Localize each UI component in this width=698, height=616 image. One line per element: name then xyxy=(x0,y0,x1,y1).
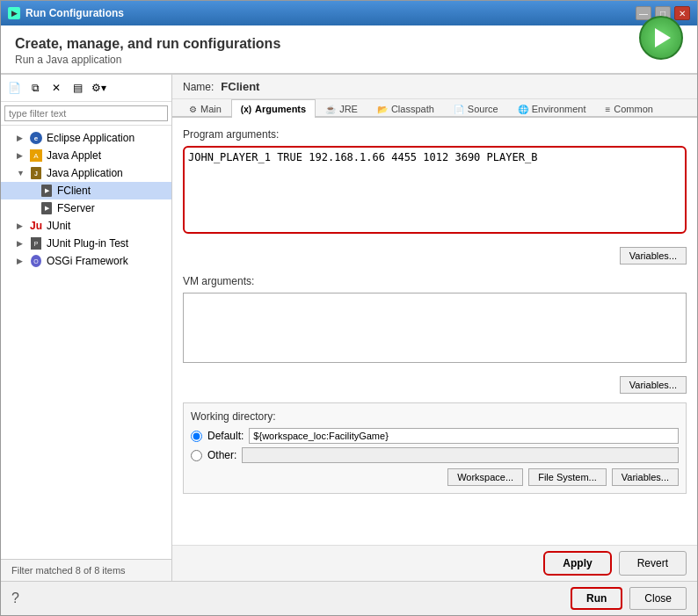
tree-arrow: ▼ xyxy=(17,169,25,178)
footer-buttons: Run Close xyxy=(571,587,687,610)
program-args-footer: Variables... xyxy=(183,243,687,265)
vm-args-wrap xyxy=(183,293,687,366)
header: Create, manage, and run configurations R… xyxy=(1,25,697,74)
common-tab-icon: ≡ xyxy=(605,105,610,114)
workspace-button[interactable]: Workspace... xyxy=(447,468,523,486)
revert-button[interactable]: Revert xyxy=(619,551,687,576)
filesystem-button[interactable]: File System... xyxy=(528,468,607,486)
tree-arrow: ▶ xyxy=(17,134,25,142)
tree-label: OSGi Framework xyxy=(47,255,128,267)
tree-item-java-application[interactable]: ▼ J Java Application xyxy=(1,164,171,182)
vm-args-label: VM arguments: xyxy=(183,275,687,287)
working-dir-label: Working directory: xyxy=(191,410,679,423)
tree-label: JUnit Plug-in Test xyxy=(47,237,128,250)
tree-item-java-applet[interactable]: ▶ A Java Applet xyxy=(1,147,171,164)
tab-common-label: Common xyxy=(614,104,653,114)
apply-button[interactable]: Apply xyxy=(543,551,611,576)
fserver-icon: ▶ xyxy=(40,201,54,215)
duplicate-config-button[interactable]: ⧉ xyxy=(25,78,45,98)
default-label: Default: xyxy=(207,430,244,442)
classpath-tab-icon: 📂 xyxy=(377,105,388,114)
plugin-icon: P xyxy=(29,236,43,250)
close-button-footer[interactable]: Close xyxy=(629,587,687,610)
tab-jre[interactable]: ☕ JRE xyxy=(316,99,367,118)
tab-arguments-label: Arguments xyxy=(255,104,306,114)
arguments-tab-content: Program arguments: Variables... VM argum… xyxy=(172,118,697,545)
tree-label: FClient xyxy=(57,185,91,197)
tab-jre-label: JRE xyxy=(339,104,358,114)
eclipse-icon: e xyxy=(29,131,43,145)
window-title: Run Configurations xyxy=(25,7,630,19)
program-variables-button[interactable]: Variables... xyxy=(620,247,687,265)
vm-variables-button[interactable]: Variables... xyxy=(620,376,687,394)
close-button[interactable]: ✕ xyxy=(674,6,690,20)
tree-item-eclipse-application[interactable]: ▶ e Eclipse Application xyxy=(1,129,171,147)
tree-arrow: ▶ xyxy=(17,151,25,160)
junit-icon: Ju xyxy=(29,219,43,233)
vm-args-input[interactable] xyxy=(183,293,687,363)
footer: ? Run Close xyxy=(1,581,697,615)
tree-label: Eclipse Application xyxy=(47,132,135,144)
working-directory-section: Working directory: Default: Other: Works… xyxy=(183,402,687,494)
program-args-label: Program arguments: xyxy=(183,128,687,141)
delete-config-button[interactable]: ✕ xyxy=(47,78,66,98)
tree-label: FServer xyxy=(57,202,95,214)
tab-main-label: Main xyxy=(200,104,222,114)
filter-status: Filter matched 8 of 8 items xyxy=(1,559,171,581)
run-button[interactable]: Run xyxy=(571,587,622,610)
other-label: Other: xyxy=(207,449,236,461)
java-icon: J xyxy=(29,166,43,180)
header-run-button[interactable] xyxy=(639,16,683,60)
default-radio[interactable] xyxy=(191,431,202,442)
main-content: 📄 ⧉ ✕ ▤ ⚙▾ ▶ e Eclipse Application ▶ A J… xyxy=(1,75,697,581)
program-args-input[interactable] xyxy=(183,146,687,234)
action-buttons: Apply Revert xyxy=(172,545,697,581)
more-button[interactable]: ⚙▾ xyxy=(89,78,108,98)
variables-button-3[interactable]: Variables... xyxy=(612,468,679,486)
name-bar: Name: FClient xyxy=(172,75,697,99)
name-label: Name: xyxy=(183,81,214,93)
jre-tab-icon: ☕ xyxy=(325,105,336,114)
tab-environment[interactable]: 🌐 Environment xyxy=(508,99,596,118)
other-radio-row: Other: xyxy=(191,447,679,463)
run-icon xyxy=(655,28,671,47)
config-tree: ▶ e Eclipse Application ▶ A Java Applet … xyxy=(1,126,171,559)
vm-args-footer: Variables... xyxy=(183,373,687,394)
run-configurations-window: ▶ Run Configurations — □ ✕ Create, manag… xyxy=(0,0,698,616)
help-icon[interactable]: ? xyxy=(11,591,19,606)
window-icon: ▶ xyxy=(8,7,20,19)
tree-item-junit-plugin[interactable]: ▶ P JUnit Plug-in Test xyxy=(1,235,171,252)
applet-icon: A xyxy=(29,149,43,163)
tab-common[interactable]: ≡ Common xyxy=(595,99,662,118)
dir-buttons: Workspace... File System... Variables... xyxy=(191,468,679,486)
collapse-all-button[interactable]: ▤ xyxy=(68,78,87,98)
tree-label: JUnit xyxy=(47,220,70,232)
tab-classpath[interactable]: 📂 Classpath xyxy=(367,99,444,118)
default-radio-row: Default: xyxy=(191,428,679,444)
arguments-tab-icon: (x) xyxy=(241,105,251,114)
filter-input[interactable] xyxy=(4,105,168,121)
header-subtitle: Run a Java application xyxy=(15,54,639,66)
header-title: Create, manage, and run configurations xyxy=(15,36,639,52)
tab-source[interactable]: 📄 Source xyxy=(444,99,508,118)
other-radio[interactable] xyxy=(191,450,202,461)
fclient-icon: ▶ xyxy=(40,184,54,198)
tree-label: Java Applet xyxy=(47,149,101,162)
tree-item-fclient[interactable]: ▶ FClient xyxy=(1,182,171,199)
tab-arguments[interactable]: (x) Arguments xyxy=(231,99,316,118)
tree-item-fserver[interactable]: ▶ FServer xyxy=(1,199,171,217)
config-name: FClient xyxy=(221,80,259,93)
program-args-wrap xyxy=(183,146,687,236)
title-bar: ▶ Run Configurations — □ ✕ xyxy=(1,1,697,25)
default-workdir-field[interactable] xyxy=(249,428,679,444)
other-workdir-field[interactable] xyxy=(242,447,679,463)
tree-arrow: ▶ xyxy=(17,221,25,230)
new-config-button[interactable]: 📄 xyxy=(4,78,24,98)
tree-item-osgi[interactable]: ▶ O OSGi Framework xyxy=(1,252,171,270)
tab-main[interactable]: ⚙ Main xyxy=(179,99,231,118)
tree-item-junit[interactable]: ▶ Ju JUnit xyxy=(1,217,171,235)
tab-source-label: Source xyxy=(468,104,498,114)
osgi-icon: O xyxy=(29,254,43,268)
tabs-bar: ⚙ Main (x) Arguments ☕ JRE 📂 Classpath 📄 xyxy=(172,99,697,118)
source-tab-icon: 📄 xyxy=(454,105,464,114)
